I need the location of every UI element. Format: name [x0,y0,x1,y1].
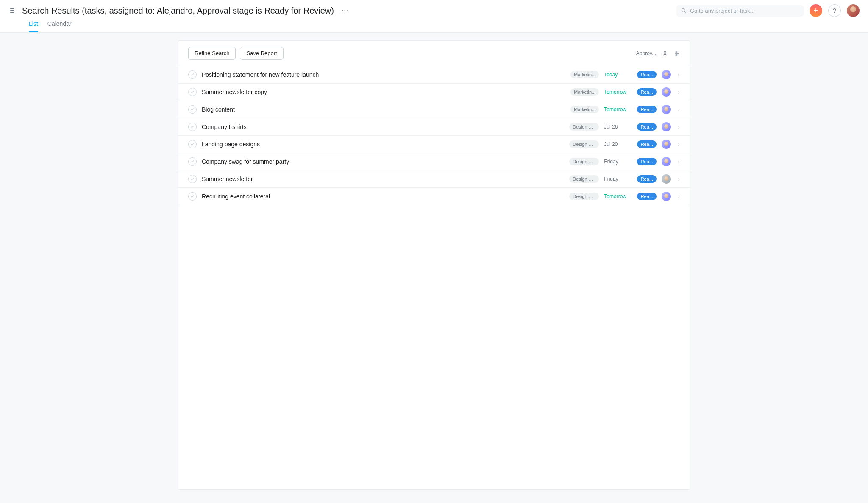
view-tabs: ListCalendar [29,20,860,32]
complete-checkbox[interactable] [188,70,197,79]
task-name: Blog content [202,106,565,113]
status-badge[interactable]: Rea... [637,175,657,183]
due-date: Jul 26 [604,124,632,130]
status-badge[interactable]: Rea... [637,106,657,113]
more-actions-button[interactable]: ··· [340,7,350,14]
tab-calendar[interactable]: Calendar [47,20,72,32]
task-name: Company t-shirts [202,123,564,130]
task-row[interactable]: Summer newsletterDesign R...FridayRea...… [178,170,690,188]
svg-point-0 [682,8,685,12]
status-badge[interactable]: Rea... [637,193,657,200]
panel-toolbar: Refine Search Save Report Approv... [178,41,690,66]
project-pill[interactable]: Design R... [569,123,599,131]
task-row[interactable]: Summer newsletter copyMarketin...Tomorro… [178,84,690,101]
project-pill[interactable]: Marketin... [570,106,599,113]
task-name: Recruiting event collateral [202,193,564,200]
chevron-right-icon[interactable]: › [676,89,680,95]
chevron-right-icon[interactable]: › [676,193,680,200]
task-row[interactable]: Blog contentMarketin...TomorrowRea...› [178,101,690,118]
assignee-avatar[interactable] [662,157,671,166]
topbar: Search Results (tasks, assigned to: Alej… [0,0,868,33]
status-badge[interactable]: Rea... [637,123,657,131]
task-row[interactable]: Company t-shirtsDesign R...Jul 26Rea...› [178,118,690,136]
task-name: Summer newsletter copy [202,89,565,95]
due-date: Friday [604,159,632,165]
task-row[interactable]: Landing page designsDesign R...Jul 20Rea… [178,136,690,153]
task-row[interactable]: Company swag for summer partyDesign R...… [178,153,690,170]
assignee-avatar[interactable] [662,174,671,184]
task-name: Company swag for summer party [202,158,564,165]
project-pill[interactable]: Marketin... [570,88,599,96]
tab-list[interactable]: List [29,20,38,32]
assignee-avatar[interactable] [662,105,671,114]
complete-checkbox[interactable] [188,157,197,166]
save-report-button[interactable]: Save Report [240,47,283,60]
quick-add-button[interactable]: + [810,4,822,17]
complete-checkbox[interactable] [188,88,197,96]
complete-checkbox[interactable] [188,140,197,148]
chevron-right-icon[interactable]: › [676,176,680,182]
svg-line-1 [685,12,686,13]
assignee-avatar[interactable] [662,122,671,131]
complete-checkbox[interactable] [188,123,197,131]
svg-point-8 [676,54,676,55]
project-pill[interactable]: Design R... [569,140,599,148]
task-row[interactable]: Recruiting event collateralDesign R...To… [178,188,690,205]
due-date: Tomorrow [604,106,632,112]
task-row[interactable]: Positioning statement for new feature la… [178,66,690,84]
complete-checkbox[interactable] [188,175,197,183]
status-badge[interactable]: Rea... [637,71,657,78]
content-area: Refine Search Save Report Approv... Posi… [0,33,868,497]
task-name: Positioning statement for new feature la… [202,71,565,78]
due-date: Today [604,72,632,78]
task-name: Landing page designs [202,141,564,148]
assignee-avatar[interactable] [662,192,671,201]
status-badge[interactable]: Rea... [637,88,657,96]
assignee-filter-icon[interactable] [662,50,668,56]
filter-settings-icon[interactable] [674,50,680,56]
assignee-avatar[interactable] [662,87,671,97]
user-avatar[interactable] [847,4,860,17]
due-date: Friday [604,176,632,182]
search-input[interactable] [690,8,799,14]
project-pill[interactable]: Design R... [569,158,599,165]
task-list: Positioning statement for new feature la… [178,66,690,205]
complete-checkbox[interactable] [188,105,197,114]
results-panel: Refine Search Save Report Approv... Posi… [178,40,690,490]
svg-point-2 [664,51,666,53]
status-badge[interactable]: Rea... [637,158,657,165]
chevron-right-icon[interactable]: › [676,106,680,113]
svg-point-6 [677,53,678,53]
project-pill[interactable]: Design R... [569,175,599,183]
task-name: Summer newsletter [202,176,564,182]
chevron-right-icon[interactable]: › [676,158,680,165]
project-pill[interactable]: Marketin... [570,71,599,78]
due-date: Tomorrow [604,193,632,199]
sort-label[interactable]: Approv... [636,50,656,56]
menu-toggle[interactable] [8,6,16,15]
svg-point-4 [676,51,676,52]
due-date: Tomorrow [604,89,632,95]
page-title: Search Results (tasks, assigned to: Alej… [22,6,334,16]
help-button[interactable]: ? [828,4,841,17]
chevron-right-icon[interactable]: › [676,71,680,78]
complete-checkbox[interactable] [188,192,197,201]
refine-search-button[interactable]: Refine Search [188,47,236,60]
assignee-avatar[interactable] [662,70,671,79]
assignee-avatar[interactable] [662,140,671,149]
project-pill[interactable]: Design R... [569,193,599,200]
status-badge[interactable]: Rea... [637,140,657,148]
global-search[interactable] [676,5,804,17]
search-icon [681,8,687,14]
due-date: Jul 20 [604,141,632,147]
chevron-right-icon[interactable]: › [676,123,680,130]
chevron-right-icon[interactable]: › [676,141,680,148]
